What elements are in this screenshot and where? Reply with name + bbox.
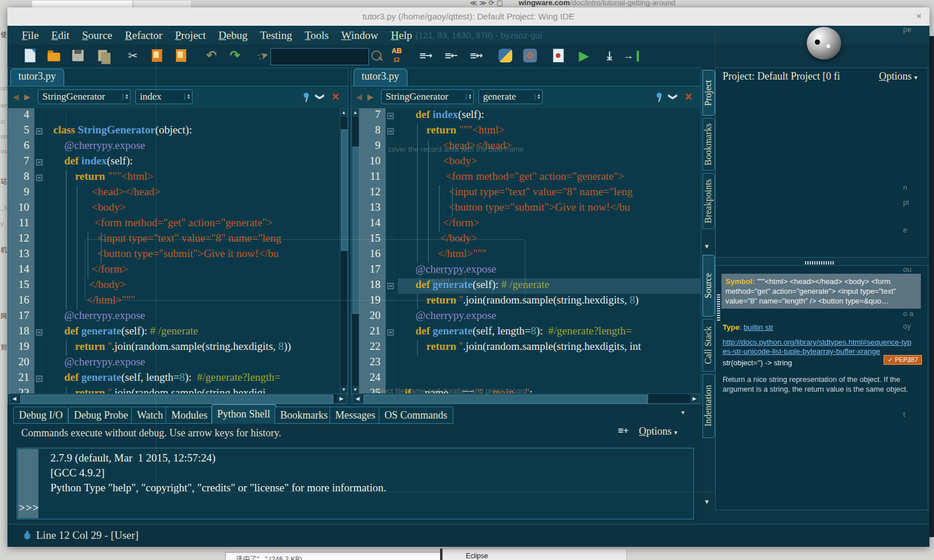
indent-guide [77, 263, 77, 278]
line-number: 13 [8, 247, 34, 263]
line-number: 6 [8, 139, 34, 155]
indent-guide [77, 186, 77, 201]
line-number: 8 [8, 170, 34, 186]
assistant-signature: str(object='') -> string [723, 358, 792, 367]
background-browser-tab [32, 0, 133, 7]
line-number: 19 [8, 340, 34, 356]
fold-minus-icon[interactable]: − [36, 159, 42, 165]
recorder-ghost-text: select file name and duration and press … [374, 387, 527, 395]
line-number: 14 [8, 263, 34, 278]
fold-gutter [34, 139, 46, 155]
indent-guide [77, 247, 77, 263]
background-text-fragment: n [903, 183, 907, 192]
project-panel-header: Project: Default Project [0 fiOptions ▾ [716, 68, 928, 85]
background-text-fragment: 到 [1, 342, 7, 352]
fold-gutter [34, 294, 46, 309]
background-bottom-strip: 选中了"..." (246.2 KB) Eclipse [0, 547, 934, 560]
window-close-icon[interactable]: × [916, 11, 921, 21]
cut-icon[interactable]: ✂ [125, 48, 141, 64]
fold-gutter [34, 247, 46, 263]
background-text-fragment: t [903, 410, 905, 419]
line-number: 18 [8, 325, 34, 340]
line-number: 16 [8, 294, 34, 309]
line-number: 7 [8, 155, 34, 170]
background-text-fragment: os [1, 148, 7, 155]
assistant-symbol-block: Symbol: """<html> <head></head> <body> <… [721, 274, 921, 309]
nav-forward-icon[interactable]: ▶ [24, 92, 30, 102]
desktop: ≪ ≫ ⟳ ▢ wingware.com/doc/intro/tutorial-… [0, 0, 934, 560]
panel-splitter-handle[interactable] [805, 261, 835, 265]
copy-icon[interactable] [95, 48, 111, 64]
class-combo[interactable]: StringGenerator▴▾ [38, 89, 131, 104]
indent-guide [77, 216, 77, 232]
source-assistant-panel: Symbol: """<html> <head></head> <body> <… [715, 265, 928, 510]
assistant-doc-link[interactable]: http://docs.python.org/library/stdtypes.… [723, 338, 912, 356]
background-text-fragment: ou [903, 265, 911, 274]
sidebar-panels: Project: Default Project [0 fiOptions ▾S… [715, 68, 928, 514]
recorder-ghost-text: record [429, 277, 450, 285]
project-panel: Project: Default Project [0 fiOptions ▾ [715, 68, 928, 258]
open-folder-icon[interactable] [46, 48, 62, 64]
assistant-type-row: Type: builtin str [723, 323, 774, 332]
builtin-str-link[interactable]: builtin str [744, 323, 774, 332]
background-text-fragment: 站 [1, 176, 7, 186]
menu-edit[interactable]: Edit [45, 28, 76, 43]
fold-minus-icon[interactable]: − [36, 128, 42, 135]
line-number: 9 [8, 186, 34, 201]
indent-guide [77, 278, 77, 294]
background-text-fragment: o a [903, 309, 913, 318]
nav-back-icon[interactable]: ◀ [13, 92, 19, 102]
new-file-icon[interactable] [22, 48, 38, 64]
fold-gutter [34, 340, 46, 356]
background-text-fragment: pe [903, 25, 911, 34]
line-number: 10 [8, 201, 34, 216]
fold-gutter [34, 186, 46, 201]
background-text-fragment: na [903, 356, 911, 364]
bottom-tab-debug-probe[interactable]: Debug Probe [68, 407, 134, 424]
menu-source[interactable]: Source [76, 28, 119, 43]
fold-gutter [34, 356, 46, 371]
wing-logo-icon [807, 27, 841, 60]
background-browser-tab [133, 0, 191, 7]
wing-ide-window: tutor3.py (/home/gaoy/qttest): Default P… [7, 7, 929, 547]
background-text-fragment: oy [903, 322, 911, 330]
window-titlebar[interactable]: tutor3.py (/home/gaoy/qttest): Default P… [7, 7, 929, 26]
fold-gutter [34, 232, 46, 247]
background-text-fragment: ic [1, 118, 5, 125]
fold-gutter: − [34, 325, 46, 340]
combo-spinner-icon: ▴▾ [123, 94, 128, 100]
fold-gutter [34, 201, 46, 216]
debug-bug-icon[interactable] [22, 530, 32, 540]
background-right-strip [929, 7, 934, 547]
indent-guide [77, 294, 77, 309]
background-text-fragment: pl [903, 198, 909, 207]
recorder-ghost-frame [85, 239, 525, 301]
scroll-left-icon[interactable]: ◀ [10, 394, 19, 403]
fold-gutter [34, 108, 46, 124]
line-number: 12 [8, 232, 34, 247]
recorder-ghost-line [66, 109, 66, 378]
fold-gutter [34, 263, 46, 278]
fold-minus-icon[interactable]: − [36, 329, 42, 336]
fold-gutter [34, 278, 46, 294]
line-number: 11 [8, 216, 34, 232]
fold-gutter: − [34, 170, 46, 186]
background-text-fragment: 机 [1, 245, 7, 254]
line-number: 17 [8, 309, 34, 325]
bottom-tab-debug-i-o[interactable]: Debug I/O [13, 407, 68, 424]
panel-splitter-handle[interactable] [717, 293, 720, 321]
background-text-fragment: ure [1, 133, 7, 140]
fold-minus-icon[interactable]: − [36, 376, 42, 382]
menu-file[interactable]: File [15, 28, 45, 43]
project-options-button[interactable]: Options ▾ [879, 70, 917, 82]
fold-minus-icon[interactable]: − [36, 175, 42, 181]
background-text-fragment: y [1, 220, 4, 227]
save-icon[interactable] [70, 48, 86, 64]
editor-tab[interactable]: tutor3.py [10, 69, 64, 88]
assistant-description: Return a nice string representation of t… [723, 374, 922, 394]
panel-collapse-icon[interactable]: ▼ [704, 498, 710, 505]
window-title: tutor3.py (/home/gaoy/qttest): Default P… [7, 11, 929, 21]
fold-gutter: − [34, 124, 46, 139]
background-text-fragment: um [1, 85, 7, 92]
recorder-ghost-text: cover the record area with the blue fram… [388, 145, 524, 153]
